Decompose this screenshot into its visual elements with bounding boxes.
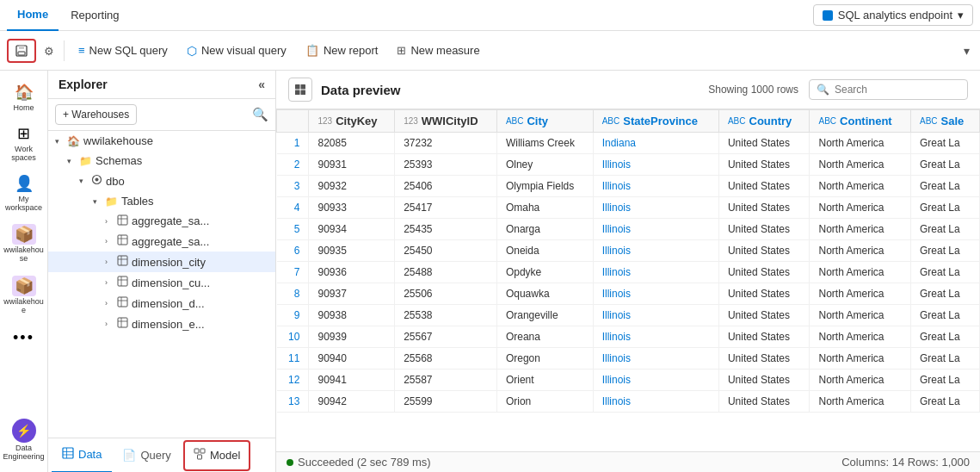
cell-sale: Great La	[910, 283, 979, 305]
tree-item-wwilakehouse[interactable]: ▾ 🏠 wwilakehouse	[48, 131, 275, 151]
new-report-button[interactable]: 📋 New report	[297, 40, 387, 61]
svg-point-4	[96, 178, 99, 182]
collapse-explorer-button[interactable]: «	[258, 78, 265, 91]
row-number[interactable]: 10	[277, 326, 309, 348]
new-sql-query-button[interactable]: ≡ New SQL query	[70, 40, 176, 61]
row-number[interactable]: 8	[277, 283, 309, 305]
row-number[interactable]: 9	[277, 305, 309, 326]
chevron-down-icon: ▾	[67, 157, 76, 165]
cell-country: United States	[718, 283, 810, 305]
data-table-wrapper: 123 CityKey 123 WWICityID	[276, 109, 980, 451]
data-grid-icon	[62, 447, 74, 462]
visual-icon: ⬡	[187, 44, 197, 58]
cell-wwicityid: 25506	[395, 283, 497, 305]
cell-city: Onarga	[496, 219, 593, 240]
save-button[interactable]	[7, 39, 36, 63]
tab-reporting[interactable]: Reporting	[60, 0, 129, 31]
cell-city: Oquawka	[496, 283, 593, 305]
col-continent[interactable]: ABC Continent	[810, 110, 910, 133]
sidebar-item-data-engineering[interactable]: ⚡ Data Engineering	[3, 413, 45, 467]
row-number[interactable]: 1	[277, 133, 309, 154]
tree-item-dbo[interactable]: ▾ dbo	[48, 171, 275, 191]
row-number[interactable]: 4	[277, 197, 309, 219]
database-icon	[823, 10, 833, 21]
table-row: 1 82085 37232 Williams Creek Indiana Uni…	[277, 133, 980, 154]
cell-country: United States	[718, 262, 810, 283]
cell-stateprovince: Illinois	[593, 370, 718, 391]
tree-item-dimension-e[interactable]: › dimension_e...	[48, 314, 275, 334]
cell-citykey: 90940	[309, 348, 395, 370]
col-stateprovince[interactable]: ABC StateProvince	[593, 110, 718, 133]
cell-sale: Great La	[910, 370, 979, 391]
table-icon	[117, 234, 128, 248]
col-city[interactable]: ABC City	[496, 110, 593, 133]
cell-stateprovince: Illinois	[593, 197, 718, 219]
cell-city: Oregon	[496, 348, 593, 370]
cell-city: Orient	[496, 370, 593, 391]
grid-view-button[interactable]	[288, 78, 312, 102]
cell-city: Opdyke	[496, 262, 593, 283]
sql-endpoint-button[interactable]: SQL analytics endpoint ▾	[813, 4, 973, 26]
svg-rect-5	[118, 215, 127, 225]
folder-icon: 📁	[79, 155, 92, 167]
new-measure-button[interactable]: ⊞ New measure	[388, 40, 488, 61]
sidebar-item-wwilakehouse2[interactable]: 📦 wwilakehou e	[3, 270, 45, 320]
settings-button[interactable]: ⚙	[40, 39, 59, 62]
row-number[interactable]: 3	[277, 176, 309, 197]
sidebar-item-more[interactable]: •••	[3, 322, 45, 354]
search-explorer-button[interactable]: 🔍	[252, 107, 268, 122]
cell-continent: North America	[810, 133, 910, 154]
col-wwicityid[interactable]: 123 WWICityID	[395, 110, 497, 133]
row-number[interactable]: 2	[277, 154, 309, 176]
cell-citykey: 82085	[309, 133, 395, 154]
sidebar-item-home[interactable]: 🏠 Home	[3, 78, 45, 117]
row-number[interactable]: 11	[277, 348, 309, 370]
cell-country: United States	[718, 326, 810, 348]
cell-city: Olney	[496, 154, 593, 176]
sidebar-item-workspaces[interactable]: ⊞ Work spaces	[3, 119, 45, 167]
cell-country: United States	[718, 240, 810, 262]
svg-rect-30	[295, 84, 300, 90]
cell-country: United States	[718, 219, 810, 240]
new-visual-query-button[interactable]: ⬡ New visual query	[178, 40, 295, 62]
tab-data[interactable]: Data	[52, 438, 112, 473]
sidebar-item-my-workspace[interactable]: 👤 My workspace	[3, 169, 45, 217]
col-sale[interactable]: ABC Sale	[910, 110, 979, 133]
row-number[interactable]: 6	[277, 240, 309, 262]
tree-item-aggregate-sa2[interactable]: › aggregate_sa...	[48, 231, 275, 252]
tree-item-dimension-cu[interactable]: › dimension_cu...	[48, 272, 275, 293]
table-row: 11 90940 25568 Oregon Illinois United St…	[277, 348, 980, 370]
cell-stateprovince: Illinois	[593, 305, 718, 326]
row-number[interactable]: 12	[277, 370, 309, 391]
data-preview-title: Data preview	[321, 83, 401, 97]
report-icon: 📋	[305, 44, 319, 57]
tab-model[interactable]: Model	[183, 440, 250, 471]
row-number[interactable]: 7	[277, 262, 309, 283]
sidebar-item-wwilakehouse1[interactable]: 📦 wwilakehou se	[3, 219, 45, 269]
tree-item-schemas[interactable]: ▾ 📁 Schemas	[48, 151, 275, 171]
col-country[interactable]: ABC Country	[718, 110, 810, 133]
toolbar-chevron[interactable]: ▾	[960, 40, 973, 61]
add-warehouse-button[interactable]: + Warehouses	[55, 104, 137, 125]
tree-item-tables[interactable]: ▾ 📁 Tables	[48, 191, 275, 211]
cell-city: Oneida	[496, 240, 593, 262]
tree-item-aggregate-sa1[interactable]: › aggregate_sa...	[48, 211, 275, 231]
col-citykey[interactable]: 123 CityKey	[309, 110, 395, 133]
cell-wwicityid: 25538	[395, 305, 497, 326]
tab-query[interactable]: 📄 Query	[112, 438, 181, 473]
row-number[interactable]: 5	[277, 219, 309, 240]
cell-citykey: 90932	[309, 176, 395, 197]
table-row: 9 90938 25538 Orangeville Illinois Unite…	[277, 305, 980, 326]
tree-item-dimension-city[interactable]: › dimension_city	[48, 252, 275, 272]
cell-sale: Great La	[910, 133, 979, 154]
cell-continent: North America	[810, 305, 910, 326]
tree-item-dimension-d[interactable]: › dimension_d...	[48, 293, 275, 314]
cell-stateprovince: Illinois	[593, 283, 718, 305]
tab-home[interactable]: Home	[7, 0, 59, 31]
table-icon	[117, 276, 128, 289]
cell-citykey: 90931	[309, 154, 395, 176]
cell-sale: Great La	[910, 176, 979, 197]
search-input[interactable]	[835, 84, 955, 96]
row-number[interactable]: 13	[277, 391, 309, 413]
save-icon	[15, 44, 28, 58]
